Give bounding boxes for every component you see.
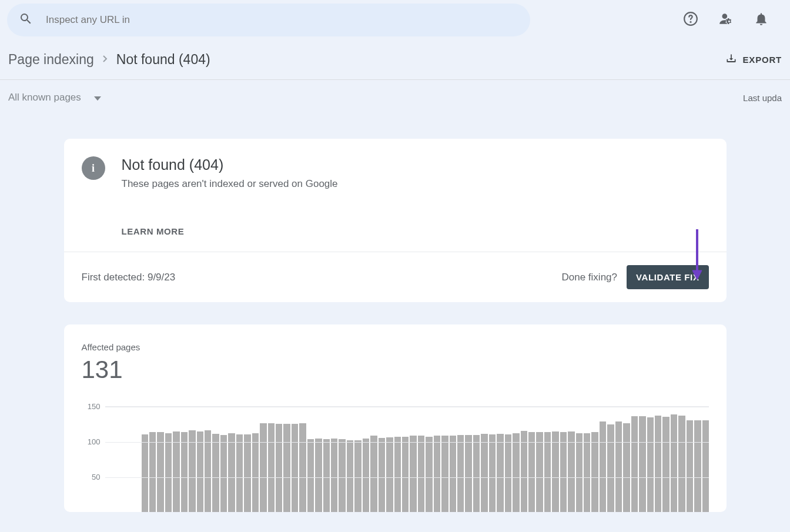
chart-bar [386,437,393,512]
chart-bar [489,434,496,512]
chart-bar [418,436,424,512]
chart-bar [600,421,606,512]
chart-bar [568,431,574,512]
chart-bar [394,437,401,512]
chart-bar [197,431,203,512]
user-settings-icon[interactable] [718,11,734,29]
chart-bar [347,440,353,512]
notifications-icon[interactable] [754,11,769,29]
last-updated-label: Last upda [743,93,782,103]
export-label: EXPORT [743,55,782,65]
chart-bar [678,416,685,512]
chart-bar [457,435,464,512]
chart-bar [552,431,558,512]
chart-bar [370,436,377,512]
breadcrumb-current: Not found (404) [116,52,210,68]
chart-bar [473,435,480,512]
chart-bar [363,439,369,512]
chart-bar [212,434,219,512]
chart-bar [252,433,259,512]
chart-bar [379,438,385,512]
chart-bar [331,439,337,512]
issue-subtitle: These pages aren't indexed or served on … [122,178,338,190]
url-inspect-search[interactable] [7,4,530,36]
chart-bar [434,436,440,512]
learn-more-link[interactable]: LEARN MORE [122,226,727,252]
chart-bar [244,434,250,512]
search-input[interactable] [46,14,152,26]
svg-point-1 [690,22,691,22]
chart-bar [426,437,432,512]
first-detected: First detected: 9/9/23 [82,272,176,283]
chart-bar [528,432,535,512]
chart-bar [647,417,654,512]
search-icon [19,12,33,28]
chevron-right-icon [102,55,108,65]
chart-bar [584,433,590,512]
chart-bar [702,420,709,512]
chart-bar [173,431,179,512]
chart-bar [307,439,314,512]
chart-bar [149,432,156,512]
chart-bar [276,424,282,512]
chart-bar [260,423,266,512]
affected-pages-card: Affected pages 131 50100150 [64,324,727,512]
chart-bar [639,416,645,512]
done-fixing-label: Done fixing? [562,272,618,283]
chart-bar [655,416,661,512]
chart-bar [157,432,163,512]
export-button[interactable]: EXPORT [725,53,782,66]
chart-bar [299,423,306,512]
chart-bar [576,433,583,512]
chart-bar [481,434,487,512]
chart-bar [165,433,172,512]
affected-chart: 50100150 [82,406,709,512]
chart-bar [631,416,638,512]
chart-bar [354,440,361,512]
chart-bar [591,432,598,512]
chart-bar [323,439,330,512]
chart-bar [465,435,471,512]
issue-title: Not found (404) [122,156,338,173]
chart-bar [236,434,243,512]
chart-bar [402,437,409,512]
breadcrumb-parent[interactable]: Page indexing [8,52,94,68]
chart-bar [292,424,298,512]
dropdown-arrow-icon [94,92,101,103]
chart-bar [671,414,677,512]
chart-bar [513,433,519,512]
chart-bar [687,420,693,512]
chart-bar [142,434,148,512]
filter-label: All known pages [8,92,81,103]
chart-bar [268,423,275,512]
download-icon [725,53,737,66]
chart-bar [181,432,188,512]
chart-bar [560,432,567,512]
chart-bar [441,436,448,512]
chart-bar [544,432,551,512]
affected-label: Affected pages [82,342,709,352]
chart-bar [521,431,527,512]
help-icon[interactable] [683,11,698,29]
validate-fix-button[interactable]: VALIDATE FIX [627,265,708,289]
chart-bar [607,424,614,512]
chart-bar [536,432,543,512]
chart-bar [662,417,669,512]
chart-bar [228,433,235,512]
chart-bar [505,434,511,512]
page-filter-dropdown[interactable]: All known pages [8,92,101,103]
chart-bar [694,420,701,512]
chart-bar [623,423,630,512]
breadcrumb: Page indexing Not found (404) EXPORT [0,40,790,80]
chart-bar [497,434,503,512]
chart-bar [283,424,290,512]
chart-bar [315,439,322,512]
y-tick: 100 [88,437,101,446]
y-tick: 150 [88,402,101,411]
affected-count: 131 [82,356,709,384]
redacted-domain [155,11,293,29]
info-icon: i [82,156,105,180]
issue-card: i Not found (404) These pages aren't ind… [64,139,727,302]
chart-bar [220,435,227,512]
chart-bar [410,436,416,512]
